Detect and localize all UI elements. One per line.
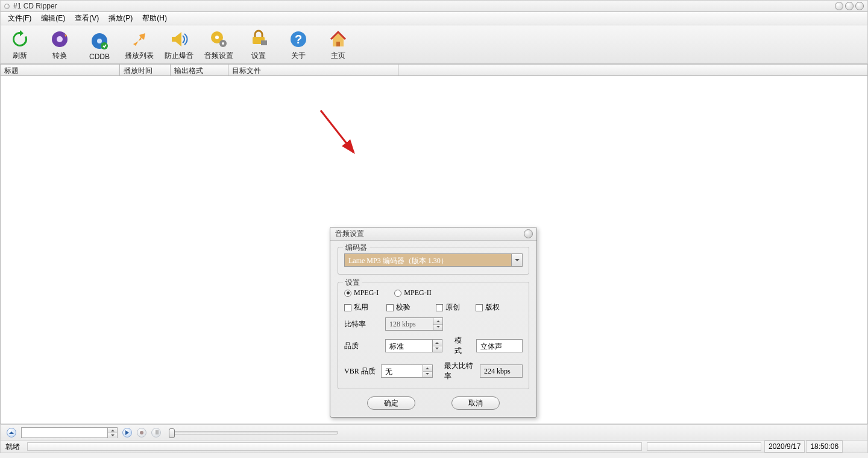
col-format[interactable]: 输出格式 bbox=[171, 65, 228, 75]
toolbar-convert[interactable]: 转换 bbox=[45, 29, 74, 61]
toolbar-normalize-label: 防止爆音 bbox=[165, 51, 193, 61]
toolbar-refresh[interactable]: 刷新 bbox=[5, 29, 34, 61]
help-icon: ? bbox=[288, 29, 309, 49]
menu-view[interactable]: 查看(V) bbox=[71, 12, 102, 25]
mode-field[interactable]: 立体声 bbox=[476, 339, 523, 352]
col-duration[interactable]: 播放时间 bbox=[120, 65, 171, 75]
svg-text:?: ? bbox=[295, 33, 302, 46]
maxbitrate-label: 最大比特率 bbox=[444, 361, 476, 381]
bitrate-value: 128 kbps bbox=[386, 318, 433, 330]
encoder-legend: 编码器 bbox=[343, 243, 370, 253]
toolbar-normalize[interactable]: 防止爆音 bbox=[165, 29, 193, 61]
maximize-button[interactable] bbox=[845, 2, 854, 10]
status-bar: 就绪 2020/9/17 18:50:06 bbox=[0, 440, 868, 453]
col-title[interactable]: 标题 bbox=[1, 65, 120, 75]
app-icon bbox=[4, 4, 10, 9]
window-title: #1 CD Ripper bbox=[13, 2, 57, 10]
maxbitrate-field[interactable]: 224 kbps bbox=[480, 364, 523, 378]
status-time: 18:50:06 bbox=[806, 441, 843, 453]
toolbar-cddb[interactable]: CDDB bbox=[85, 31, 114, 61]
bitrate-label: 比特率 bbox=[344, 319, 382, 329]
quality-value: 标准 bbox=[386, 340, 432, 352]
toolbar-playlist[interactable]: 播放列表 bbox=[125, 29, 154, 61]
original-checkbox[interactable]: 原创 bbox=[436, 302, 460, 313]
toolbar-home[interactable]: 主页 bbox=[324, 29, 353, 61]
spin-up-icon[interactable] bbox=[433, 340, 442, 346]
toolbar-refresh-label: 刷新 bbox=[13, 51, 27, 61]
menu-help[interactable]: 帮助(H) bbox=[139, 12, 171, 25]
slider-thumb-icon[interactable] bbox=[169, 428, 175, 438]
home-icon bbox=[328, 29, 348, 49]
cancel-button[interactable]: 取消 bbox=[451, 396, 500, 410]
audio-settings-dialog: 音频设置 编码器 Lame MP3 编码器（版本 1.30） 设置 MPEG-I… bbox=[330, 227, 537, 418]
speaker-icon bbox=[169, 29, 189, 49]
svg-rect-13 bbox=[336, 42, 340, 46]
spin-down-icon[interactable] bbox=[423, 372, 432, 378]
mpeg2-radio[interactable]: MPEG-II bbox=[394, 288, 431, 297]
dropdown-arrow-icon[interactable] bbox=[511, 254, 522, 266]
track-spinner[interactable] bbox=[21, 427, 118, 438]
toolbar: 刷新 转换 CDDB 播放列表 防止爆音 音频设置 设置 bbox=[0, 25, 868, 64]
status-date: 2020/9/17 bbox=[764, 441, 805, 453]
svg-point-4 bbox=[101, 42, 108, 49]
menu-file[interactable]: 文件(F) bbox=[4, 12, 35, 25]
encoder-combobox[interactable]: Lame MP3 编码器（版本 1.30） bbox=[344, 253, 523, 267]
col-target[interactable]: 目标文件 bbox=[228, 65, 398, 75]
svg-line-14 bbox=[321, 110, 354, 153]
spin-up-icon[interactable] bbox=[433, 318, 442, 325]
menu-play[interactable]: 播放(P) bbox=[105, 12, 136, 25]
toolbar-about-label: 关于 bbox=[291, 51, 306, 61]
annotation-arrow-icon bbox=[318, 107, 366, 162]
vbr-value: 无 bbox=[382, 365, 423, 377]
mpeg1-label: MPEG-I bbox=[354, 288, 379, 297]
toolbar-convert-label: 转换 bbox=[52, 51, 67, 61]
dialog-close-button[interactable] bbox=[524, 229, 533, 238]
menu-edit[interactable]: 编辑(E) bbox=[37, 12, 69, 25]
crc-checkbox[interactable]: 校验 bbox=[386, 302, 410, 313]
quality-spinner[interactable]: 标准 bbox=[385, 339, 442, 352]
mpeg1-radio[interactable]: MPEG-I bbox=[344, 288, 379, 297]
ok-button[interactable]: 确定 bbox=[367, 396, 415, 410]
minimize-button[interactable] bbox=[835, 2, 843, 10]
close-button[interactable] bbox=[855, 2, 864, 10]
spin-down-icon[interactable] bbox=[433, 325, 442, 331]
pause-button[interactable] bbox=[151, 428, 161, 437]
private-checkbox[interactable]: 私用 bbox=[344, 302, 368, 313]
menu-bar: 文件(F) 编辑(E) 查看(V) 播放(P) 帮助(H) bbox=[0, 12, 868, 25]
convert-icon bbox=[49, 29, 70, 49]
bitrate-spinner[interactable]: 128 kbps bbox=[385, 317, 443, 331]
record-button[interactable] bbox=[137, 428, 146, 437]
mpeg2-label: MPEG-II bbox=[404, 288, 431, 297]
spin-down-icon[interactable] bbox=[433, 346, 442, 352]
private-label: 私用 bbox=[354, 302, 368, 313]
play-button[interactable] bbox=[122, 428, 132, 437]
status-ready: 就绪 bbox=[1, 442, 25, 452]
svg-point-8 bbox=[222, 42, 224, 45]
toolbar-about[interactable]: ? 关于 bbox=[284, 29, 313, 61]
toolbar-audio-settings[interactable]: 音频设置 bbox=[204, 29, 233, 61]
spin-up-icon[interactable] bbox=[423, 365, 432, 372]
toolbar-audio-settings-label: 音频设置 bbox=[204, 51, 233, 61]
svg-point-3 bbox=[97, 39, 102, 43]
title-bar: #1 CD Ripper bbox=[0, 0, 868, 12]
spin-up-icon[interactable] bbox=[108, 428, 117, 433]
copyright-checkbox[interactable]: 版权 bbox=[476, 302, 500, 313]
svg-point-1 bbox=[57, 36, 63, 42]
spin-down-icon[interactable] bbox=[108, 433, 117, 438]
vbr-spinner[interactable]: 无 bbox=[381, 364, 433, 378]
crc-label: 校验 bbox=[396, 302, 410, 313]
settings-fieldset: 设置 MPEG-I MPEG-II 私用 校验 原创 版权 比特率 bbox=[338, 282, 529, 389]
toolbar-settings[interactable]: 设置 bbox=[244, 29, 273, 61]
original-label: 原创 bbox=[445, 302, 460, 313]
mode-label: 模式 bbox=[454, 336, 469, 356]
toolbar-home-label: 主页 bbox=[331, 51, 345, 61]
svg-rect-10 bbox=[261, 40, 267, 45]
settings-icon bbox=[248, 29, 269, 49]
seek-slider[interactable] bbox=[169, 431, 338, 434]
copyright-label: 版权 bbox=[485, 302, 500, 313]
col-spacer bbox=[398, 65, 867, 75]
eject-button[interactable] bbox=[7, 428, 16, 437]
dialog-titlebar[interactable]: 音频设置 bbox=[330, 227, 536, 241]
track-value bbox=[22, 428, 107, 437]
refresh-icon bbox=[10, 29, 30, 49]
